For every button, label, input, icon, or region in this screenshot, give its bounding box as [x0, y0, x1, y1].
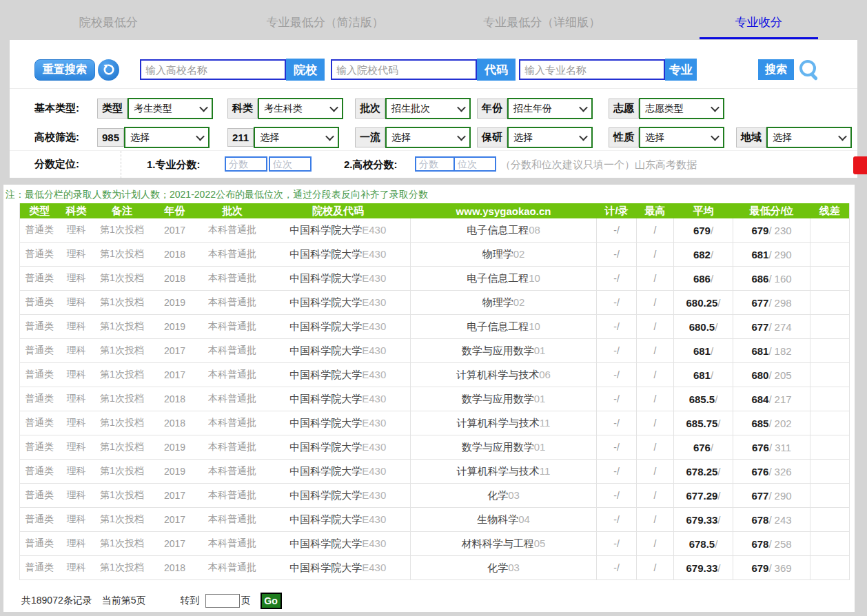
cell-remark: 第1次投档	[94, 532, 151, 556]
magnifier-icon[interactable]	[798, 59, 819, 81]
filter-select[interactable]: 招生批次	[385, 98, 471, 119]
cell-major: 物理学02	[411, 243, 597, 267]
school-name: 中国科学院大学	[289, 465, 362, 477]
page-number-input[interactable]	[205, 594, 240, 608]
major-rank-input[interactable]	[269, 156, 312, 172]
tab[interactable]: 专业收分	[651, 0, 867, 39]
major-code: 01	[534, 393, 546, 404]
major-code: 02	[513, 248, 525, 260]
filter-group: 保研 选择	[477, 127, 593, 148]
min-rank: 258	[775, 538, 792, 550]
cell-avg: 680.5/	[674, 315, 733, 339]
major-score-input[interactable]	[225, 156, 267, 172]
filter-select[interactable]: 选择	[766, 127, 852, 148]
cell-avg: 685.75/	[674, 411, 733, 435]
tab-label: 专业收分	[735, 14, 782, 30]
filter-select[interactable]: 选择	[639, 127, 724, 148]
filter-select[interactable]: 选择	[385, 127, 471, 148]
table-row: 普通类 理科 第1次投档 2018 本科普通批 中国科学院大学E430 计算机科…	[20, 411, 850, 435]
school-score-input[interactable]	[415, 156, 458, 172]
min-score: 685	[751, 418, 768, 429]
avg-score: 681	[693, 345, 711, 357]
min-rank: 230	[775, 225, 792, 236]
cell-plan-enroll: -/	[597, 218, 637, 243]
chevron-down-icon	[199, 103, 208, 112]
major-code: 05	[534, 537, 546, 549]
chevron-down-icon	[579, 132, 588, 141]
min-rank: 182	[775, 345, 792, 357]
code-filter-button[interactable]: 代码	[477, 59, 516, 81]
avg-score: 680.25	[686, 297, 717, 309]
avg-score: 678.25	[686, 466, 717, 478]
cell-plan-enroll: -/	[597, 291, 637, 315]
school-code: E430	[362, 537, 386, 549]
cell-remark: 第1次投档	[94, 460, 151, 484]
cell-avg: 682/	[674, 243, 733, 267]
min-slash: /	[768, 393, 771, 405]
cell-plan-enroll: -/	[597, 243, 637, 267]
cell-line-diff	[810, 363, 850, 387]
cell-plan-enroll: -/	[597, 556, 637, 580]
cell-remark: 第1次投档	[94, 508, 151, 532]
cell-subject: 理科	[59, 291, 94, 315]
cell-subject: 理科	[59, 218, 94, 243]
cell-school: 中国科学院大学E430	[266, 484, 411, 508]
filter-select[interactable]: 选择	[507, 127, 593, 148]
cell-batch: 本科普通批	[199, 339, 266, 363]
cell-min-rank: 676/326	[733, 460, 810, 484]
tab[interactable]: 专业最低分（简洁版）	[217, 0, 434, 39]
cell-line-diff	[810, 267, 850, 291]
cell-major: 电子信息工程08	[411, 218, 597, 243]
filter-select[interactable]: 考生类型	[127, 98, 213, 119]
refresh-icon[interactable]	[98, 59, 119, 81]
school-rank-input[interactable]	[453, 156, 496, 172]
cell-year: 2017	[151, 218, 199, 243]
school-code: E430	[362, 296, 386, 308]
major-name: 计算机科学与技术	[457, 465, 540, 477]
note-text: 注：最低分栏的录取人数为计划人数；2021-2022公布的最低位次，通过分段表反…	[3, 185, 855, 203]
major-name-input[interactable]	[519, 59, 665, 80]
header-site: www.ysygaokao.cn	[411, 203, 597, 218]
major-filter-button[interactable]: 专业	[665, 59, 697, 81]
filter-select[interactable]: 选择	[254, 127, 339, 148]
major-name: 计算机科学与技术	[457, 417, 540, 429]
reset-search-button[interactable]: 重置搜索	[34, 59, 95, 81]
school-filter-button[interactable]: 院校	[286, 59, 325, 81]
school-name-input[interactable]	[140, 59, 286, 80]
cell-school: 中国科学院大学E430	[266, 363, 411, 387]
tab[interactable]: 院校最低分	[0, 0, 217, 39]
cell-subject: 理科	[59, 532, 94, 556]
tab[interactable]: 专业最低分（详细版）	[434, 0, 651, 39]
school-name: 中国科学院大学	[289, 489, 362, 501]
go-button[interactable]: Go	[261, 593, 282, 609]
school-name: 中国科学院大学	[289, 345, 362, 356]
school-code-input[interactable]	[331, 59, 477, 80]
magnifier-handle	[810, 73, 818, 81]
school-name: 中国科学院大学	[289, 272, 362, 284]
search-button[interactable]: 搜索	[758, 59, 794, 80]
red-float-widget[interactable]	[853, 156, 867, 174]
avg-slash: /	[715, 538, 717, 550]
filter-select-value: 选择	[391, 132, 411, 144]
table-row: 普通类 理科 第1次投档 2018 本科普通批 中国科学院大学E430 化学03…	[20, 556, 850, 580]
min-rank: 290	[775, 249, 792, 260]
avg-score: 676	[693, 442, 711, 453]
min-score: 680	[751, 369, 768, 381]
filter-select-value: 选择	[130, 132, 150, 144]
filter-select-value: 招生年份	[513, 103, 552, 115]
filter-select[interactable]: 考生科类	[258, 98, 343, 119]
filter-select[interactable]: 招生年份	[507, 98, 593, 119]
cell-school: 中国科学院大学E430	[266, 339, 411, 363]
major-name: 生物科学	[477, 513, 518, 525]
cell-batch: 本科普通批	[199, 508, 266, 532]
cell-year: 2019	[151, 291, 199, 315]
cell-avg: 679/	[674, 218, 733, 243]
avg-slash: /	[715, 393, 717, 405]
avg-score: 677.29	[686, 490, 717, 502]
cell-line-diff	[810, 387, 850, 411]
header-type: 类型	[20, 203, 59, 218]
filter-select[interactable]: 志愿类型	[639, 98, 724, 119]
filter-select[interactable]: 选择	[124, 127, 210, 148]
school-code: E430	[362, 441, 386, 453]
cell-subject: 理科	[59, 556, 94, 580]
